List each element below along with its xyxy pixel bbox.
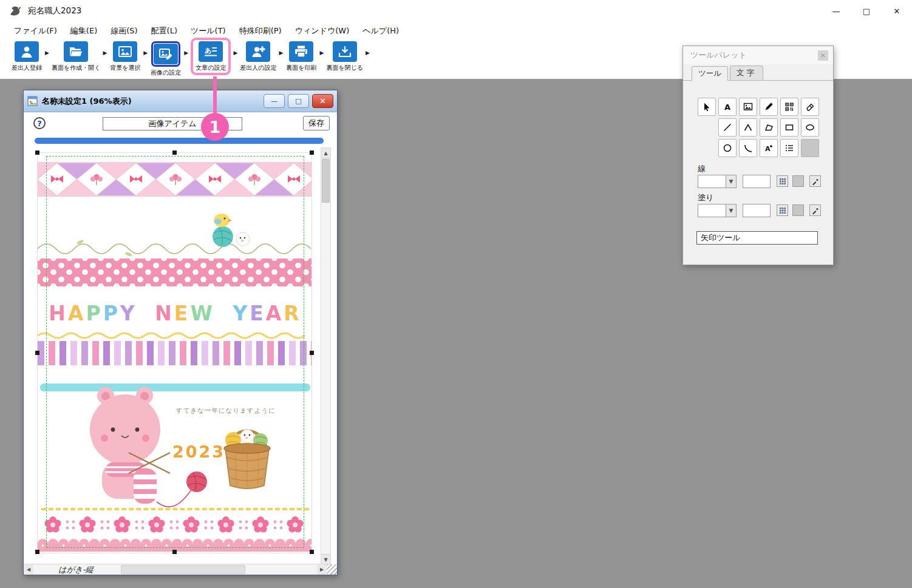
rectangle-tool-button[interactable]	[780, 118, 798, 137]
menu-help[interactable]: ヘルプ(H)	[356, 25, 406, 36]
menu-special-print[interactable]: 特殊印刷(P)	[233, 25, 288, 36]
menu-bar: ファイル(F) 編集(E) 線画(S) 配置(L) ツール(T) 特殊印刷(P)…	[0, 22, 912, 40]
palette-close-icon[interactable]: ✕	[818, 50, 828, 61]
palette-title: ツールパレット	[690, 50, 818, 61]
pen-tool-button[interactable]	[760, 98, 778, 116]
fill-pattern-button[interactable]	[777, 204, 788, 216]
toolbar-button-select-background[interactable]: 背景を選択	[108, 40, 142, 72]
polyline-tool-icon	[743, 123, 753, 132]
list-tool-button[interactable]	[780, 139, 798, 157]
selection-handle[interactable]	[310, 351, 314, 355]
save-button[interactable]: 保存	[303, 116, 330, 130]
scroll-up-icon[interactable]: ▲	[321, 148, 330, 158]
document-close-icon[interactable]: ✕	[312, 94, 333, 108]
card-message-text: すてきな一年になりますように	[176, 407, 312, 415]
document-minimize-icon[interactable]: —	[264, 94, 285, 108]
circle-tool-button[interactable]	[718, 139, 737, 157]
yellow-bird	[214, 214, 232, 227]
fill-style-value	[698, 204, 726, 217]
line-pattern-button[interactable]	[777, 175, 788, 187]
resize-grip[interactable]	[327, 564, 337, 575]
polyline-tool-button[interactable]	[739, 118, 757, 137]
vertical-scroll-thumb[interactable]	[322, 159, 330, 203]
document-content: ? 画像アイテム 保存	[24, 112, 337, 575]
selection-handle[interactable]	[310, 550, 314, 554]
fill-controls: ▼	[683, 204, 833, 217]
dropdown-arrow-icon[interactable]: ▼	[726, 204, 736, 217]
fill-section-label: 塗り	[698, 192, 713, 203]
line-width-field[interactable]	[743, 175, 771, 188]
toolbar-button-close-back-side[interactable]: 裏面を閉じる	[325, 40, 364, 72]
selection-handle[interactable]	[172, 150, 177, 155]
yarn-ball-teal	[213, 226, 233, 247]
scroll-down-icon[interactable]: ▼	[321, 554, 330, 564]
menu-tools[interactable]: ツール(T)	[184, 25, 233, 36]
line-color-swatch[interactable]	[792, 175, 804, 187]
arc-tool-button[interactable]	[739, 139, 757, 157]
text-art-tool-button[interactable]: A	[760, 139, 778, 157]
card-canvas[interactable]: HAPPY NEW YEAR	[37, 152, 312, 553]
fill-color-swatch[interactable]	[792, 204, 804, 216]
pink-highlight-frame: あ 文章の設定	[191, 38, 231, 75]
eraser-tool-button[interactable]	[801, 98, 819, 116]
image-tool-icon	[743, 102, 753, 112]
scroll-right-icon[interactable]: ▶	[317, 564, 327, 575]
menu-file[interactable]: ファイル(F)	[7, 25, 64, 36]
close-tray-icon	[333, 41, 357, 62]
toolbar-button-label: 差出人登録	[12, 64, 42, 72]
text-tool-button[interactable]: A	[718, 98, 737, 116]
selection-handle[interactable]	[35, 351, 39, 355]
vertical-scrollbar[interactable]: ▲ ▼	[321, 147, 331, 565]
scroll-left-icon[interactable]: ◀	[24, 564, 33, 575]
yellow-wave-line	[38, 331, 312, 339]
menu-window[interactable]: ウィンドウ(W)	[288, 25, 356, 36]
toolbar-button-sender-settings[interactable]: 差出人の設定	[239, 40, 277, 72]
rectangle-tool-icon	[784, 123, 794, 132]
dropdown-arrow-icon[interactable]: ▼	[726, 175, 736, 188]
barcode-tool-button[interactable]	[780, 98, 798, 116]
line-style-select[interactable]: ▼	[698, 175, 737, 188]
fill-style-select[interactable]: ▼	[698, 204, 737, 217]
flower-band-art	[38, 515, 312, 536]
selection-handle[interactable]	[310, 150, 314, 155]
select-tool-button[interactable]	[698, 98, 716, 116]
empty-tool-button[interactable]	[801, 139, 819, 157]
active-tool-status-field[interactable]: 矢印ツール	[696, 231, 818, 245]
toolbar-button-text-settings[interactable]: あ 文章の設定	[189, 40, 232, 75]
horizontal-scroll-thumb[interactable]	[121, 565, 245, 574]
menu-layout[interactable]: 配置(L)	[145, 25, 184, 36]
line-eyedropper-button[interactable]	[809, 175, 821, 187]
fill-eyedropper-button[interactable]	[809, 204, 821, 216]
selection-handle[interactable]	[35, 550, 39, 554]
document-titlebar[interactable]: 名称未設定1 (96%表示) — □ ✕	[24, 90, 337, 112]
tab-text[interactable]: 文字	[730, 66, 763, 80]
toolbar-button-sender-register[interactable]: 差出人登録	[10, 40, 44, 72]
minimize-icon[interactable]: —	[821, 0, 851, 22]
stripe-band	[38, 341, 312, 365]
fill-value-field[interactable]	[743, 204, 771, 217]
selection-handle[interactable]	[35, 150, 39, 155]
horizontal-scrollbar[interactable]: ◀ はがき-縦 ▶	[24, 564, 327, 575]
menu-edit[interactable]: 編集(E)	[64, 25, 104, 36]
polygon-tool-button[interactable]	[760, 118, 778, 137]
menu-drawing[interactable]: 線画(S)	[104, 25, 144, 36]
toolbar-button-open-back-side[interactable]: 裏面を作成・開く	[50, 40, 101, 72]
close-icon[interactable]: ✕	[882, 0, 912, 22]
line-tool-button[interactable]	[718, 118, 737, 137]
palette-titlebar[interactable]: ツールパレット ✕	[683, 46, 833, 64]
grid-icon	[779, 178, 786, 185]
text-art-tool-icon: A	[764, 143, 774, 153]
document-maximize-icon[interactable]: □	[288, 94, 309, 108]
horizontal-scroll-track[interactable]	[118, 564, 317, 575]
eyedropper-icon	[812, 178, 819, 185]
toolbar-button-image-settings[interactable]: 画像の設定	[149, 40, 183, 77]
selection-handle[interactable]	[172, 550, 177, 554]
yarn-ball-red	[186, 471, 207, 492]
tab-tools[interactable]: ツール	[692, 66, 728, 81]
ellipse-tool-button[interactable]	[801, 118, 819, 137]
circle-tool-icon	[723, 143, 732, 153]
maximize-icon[interactable]: □	[851, 0, 882, 22]
document-help-button[interactable]: ?	[33, 117, 46, 129]
image-tool-button[interactable]	[739, 98, 757, 116]
toolbar-button-print-back-side[interactable]: 裏面を印刷	[284, 40, 318, 72]
